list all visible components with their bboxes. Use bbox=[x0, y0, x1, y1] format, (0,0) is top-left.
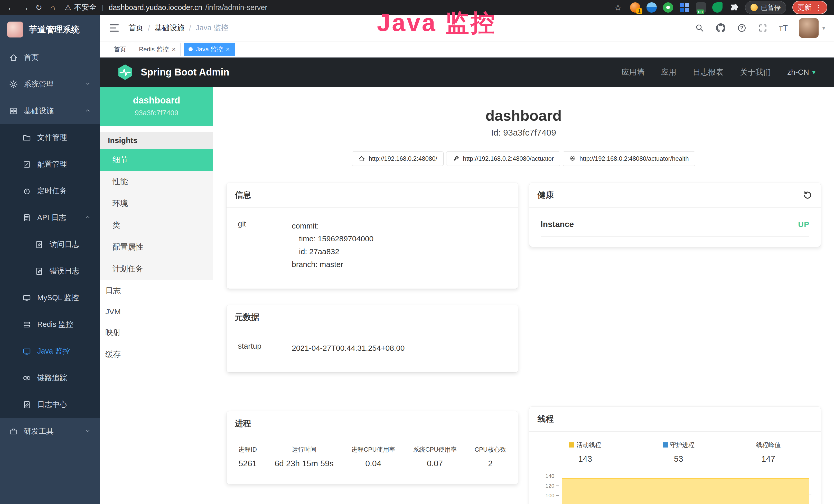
breadcrumb-separator: / bbox=[148, 24, 150, 32]
sba-menu-environment[interactable]: 环境 bbox=[100, 192, 213, 214]
legend-label: 线程峰值 bbox=[756, 441, 781, 449]
reload-button[interactable]: ↻ bbox=[33, 3, 45, 12]
sba-brand-title[interactable]: Spring Boot Admin bbox=[141, 67, 229, 78]
font-size-icon[interactable]: тT bbox=[779, 23, 788, 33]
back-button[interactable]: ← bbox=[5, 3, 17, 12]
browser-home-button[interactable]: ⌂ bbox=[47, 3, 59, 12]
sidebar-item-label: 日志中心 bbox=[37, 399, 67, 410]
sidebar-item-access-logs[interactable]: 访问日志 bbox=[0, 231, 100, 258]
sba-menu-details[interactable]: 细节 bbox=[100, 149, 213, 171]
sidebar-item-label: Java 监控 bbox=[37, 346, 70, 357]
threads-chart: 140 120 100 bbox=[539, 475, 812, 504]
sba-menu-scheduled-tasks[interactable]: 计划任务 bbox=[100, 258, 213, 280]
sidebar-item-file-mgmt[interactable]: 文件管理 bbox=[0, 124, 100, 151]
sba-menu-classes[interactable]: 类 bbox=[100, 214, 213, 236]
stat-label: 进程ID bbox=[238, 445, 257, 454]
app-logo-row[interactable]: 芋道管理系统 bbox=[0, 15, 100, 44]
breadcrumb-infrastructure[interactable]: 基础设施 bbox=[155, 23, 184, 33]
link-label: http://192.168.0.2:48080/actuator bbox=[463, 155, 554, 162]
extension-grid-icon[interactable] bbox=[679, 2, 690, 13]
update-button[interactable]: 更新 ⋮ bbox=[792, 1, 827, 14]
extension-pin-icon[interactable] bbox=[646, 2, 657, 13]
health-instance-row[interactable]: Instance UP bbox=[541, 220, 810, 236]
user-menu[interactable]: ▾ bbox=[799, 18, 825, 38]
sidebar-item-dev-tools[interactable]: 研发工具 bbox=[0, 418, 100, 445]
sidebar-item-mysql-monitor[interactable]: MySQL 监控 bbox=[0, 284, 100, 311]
instance-health-link[interactable]: http://192.168.0.2:48080/actuator/health bbox=[563, 152, 695, 166]
extension-dark-icon[interactable]: on bbox=[696, 2, 706, 13]
locale-selector[interactable]: zh-CN ▾ bbox=[787, 68, 815, 76]
url-bar[interactable]: ⚠ 不安全 | dashboard.yudao.iocoder.cn /infr… bbox=[61, 2, 610, 13]
sba-nav-applications[interactable]: 应用 bbox=[661, 67, 676, 77]
page-subtitle: Id: 93a3fc7f7409 bbox=[213, 128, 834, 138]
help-icon[interactable] bbox=[737, 23, 747, 33]
breadcrumb-home[interactable]: 首页 bbox=[128, 23, 143, 33]
sidebar-item-api-logs[interactable]: API 日志 bbox=[0, 204, 100, 231]
extension-orange-icon[interactable]: 1 bbox=[630, 2, 640, 13]
y-tick: 120 bbox=[545, 483, 558, 489]
extension-leaf-icon[interactable] bbox=[712, 2, 723, 13]
extensions-puzzle-icon[interactable] bbox=[729, 2, 739, 13]
sidebar-item-infrastructure[interactable]: 基础设施 bbox=[0, 97, 100, 124]
legend-label: 守护进程 bbox=[670, 441, 695, 449]
spring-boot-admin-logo bbox=[117, 64, 134, 81]
sidebar-item-redis-monitor[interactable]: Redis 监控 bbox=[0, 311, 100, 338]
tags-bar: 首页 Redis 监控 × Java 监控 × bbox=[100, 41, 834, 58]
sidebar-item-error-logs[interactable]: 错误日志 bbox=[0, 258, 100, 284]
sidebar-item-java-monitor[interactable]: Java 监控 bbox=[0, 338, 100, 365]
sba-menu-caches[interactable]: 缓存 bbox=[100, 344, 213, 365]
sba-body: dashboard 93a3fc7f7409 Insights 细节 性能 环境… bbox=[100, 87, 834, 504]
link-label: http://192.168.0.2:48080/actuator/health bbox=[579, 155, 689, 162]
tab-redis-monitor[interactable]: Redis 监控 × bbox=[134, 43, 180, 56]
extension-green-icon[interactable] bbox=[663, 2, 673, 13]
bookmark-star-icon[interactable]: ☆ bbox=[612, 2, 624, 13]
stat-value: 0.07 bbox=[413, 459, 457, 468]
sidebar-item-label: 系统管理 bbox=[24, 79, 54, 89]
sidebar-item-config-mgmt[interactable]: 配置管理 bbox=[0, 151, 100, 178]
sidebar-item-label: 研发工具 bbox=[24, 426, 54, 436]
tab-home[interactable]: 首页 bbox=[109, 43, 131, 56]
sba-nav-about[interactable]: 关于我们 bbox=[740, 67, 771, 77]
spring-boot-admin: Spring Boot Admin 应用墙 应用 日志报表 关于我们 zh-CN… bbox=[100, 58, 834, 504]
stat-value: 5261 bbox=[238, 459, 257, 468]
chevron-down-icon: ▾ bbox=[812, 68, 815, 76]
browser-menu-icon[interactable]: ⋮ bbox=[815, 3, 822, 12]
document-icon bbox=[23, 214, 31, 222]
sidebar-item-trace[interactable]: 链路追踪 bbox=[0, 365, 100, 391]
github-icon[interactable] bbox=[716, 23, 726, 33]
info-row-git: git commit: time: 1596289704000 id: 27aa… bbox=[238, 220, 507, 278]
paused-badge[interactable]: 已暂停 bbox=[745, 1, 786, 14]
close-icon[interactable]: × bbox=[172, 46, 176, 53]
info-key: git bbox=[238, 220, 292, 271]
breadcrumb-separator: / bbox=[189, 24, 191, 32]
fullscreen-icon[interactable] bbox=[758, 23, 768, 33]
sba-menu-config-props[interactable]: 配置属性 bbox=[100, 236, 213, 258]
tab-java-monitor[interactable]: Java 监控 × bbox=[184, 43, 235, 56]
edit-icon bbox=[23, 160, 31, 169]
git-commit-time: time: 1596289704000 bbox=[292, 232, 373, 245]
instance-home-link[interactable]: http://192.168.0.2:48080/ bbox=[352, 152, 444, 166]
instance-actuator-link[interactable]: http://192.168.0.2:48080/actuator bbox=[446, 152, 560, 166]
forward-button[interactable]: → bbox=[19, 3, 31, 12]
sba-nav-wallboard[interactable]: 应用墙 bbox=[621, 67, 644, 77]
sba-menu-logs[interactable]: 日志 bbox=[100, 280, 213, 302]
sba-menu-performance[interactable]: 性能 bbox=[100, 171, 213, 192]
sidebar-item-scheduled-tasks[interactable]: 定时任务 bbox=[0, 178, 100, 204]
sba-nav-journal[interactable]: 日志报表 bbox=[693, 67, 724, 77]
sba-header: Spring Boot Admin 应用墙 应用 日志报表 关于我们 zh-CN… bbox=[100, 58, 834, 87]
history-icon[interactable] bbox=[803, 190, 812, 200]
sidebar-item-system-mgmt[interactable]: 系统管理 bbox=[0, 71, 100, 97]
sba-menu-insights[interactable]: Insights bbox=[100, 132, 213, 149]
health-card-title: 健康 bbox=[537, 189, 554, 201]
close-icon[interactable]: × bbox=[226, 46, 230, 53]
sba-menu-jvm[interactable]: JVM bbox=[100, 302, 213, 322]
legend-daemon-threads: 守护进程 53 bbox=[663, 441, 695, 464]
app-frame: 芋道管理系统 首页 系统管理 基础设施 文件管理 配置管理 定时任务 bbox=[0, 15, 834, 504]
sidebar-item-home[interactable]: 首页 bbox=[0, 44, 100, 71]
sidebar-item-log-center[interactable]: 日志中心 bbox=[0, 391, 100, 418]
instance-block[interactable]: dashboard 93a3fc7f7409 bbox=[100, 87, 213, 126]
sba-menu-mappings[interactable]: 映射 bbox=[100, 322, 213, 344]
search-icon[interactable] bbox=[695, 23, 705, 33]
sidebar-toggle-icon[interactable] bbox=[109, 23, 120, 33]
url-divider: | bbox=[102, 4, 104, 12]
